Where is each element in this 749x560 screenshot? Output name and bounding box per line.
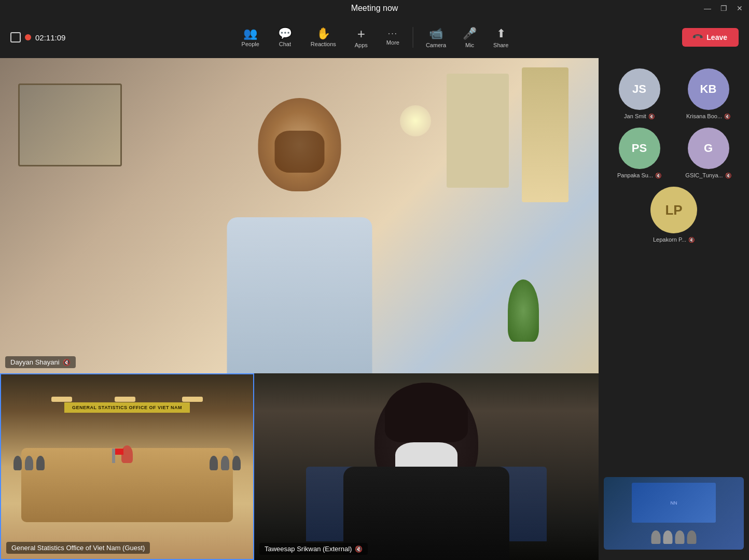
toolbar-center: 👥 People 💬 Chat ✋ Reactions + Apps ··· M…	[234, 24, 515, 51]
ceiling-lamp-3	[182, 397, 203, 402]
maximize-button[interactable]: ❐	[720, 4, 727, 12]
mic-label: Mic	[465, 42, 474, 48]
flag-pole	[112, 449, 115, 463]
sidebar-screen-content: NN	[669, 498, 679, 508]
titlebar-title: Meeting now	[351, 4, 398, 13]
sidebar-screen: NN	[632, 483, 716, 523]
masked-person-name-badge: Taweesap Srikwan (External) 🔇	[259, 543, 368, 555]
conf-room-label: General Statistics Office of Viet Nam (G…	[11, 544, 145, 552]
avatar-initials-js: JS	[632, 82, 646, 96]
presenter-head	[258, 98, 341, 191]
masked-participant-name: Taweesap Srikwan (External)	[265, 545, 352, 553]
main-video-feed	[0, 58, 599, 373]
camera-label: Camera	[426, 42, 446, 48]
avatar-initials-g: G	[704, 142, 713, 155]
sidebar-person-2	[663, 530, 673, 544]
masked-person-feed	[254, 373, 599, 560]
participant-card-ps[interactable]: PS Panpaka Su... 🔇	[609, 128, 670, 178]
conf-people-right	[210, 456, 241, 470]
camera-button[interactable]: 📹 Camera	[420, 24, 452, 51]
plant-decor	[508, 279, 539, 342]
titlebar-controls: — ❐ ✕	[704, 4, 743, 12]
participant-card-g[interactable]: G GSIC_Tunya... 🔇	[678, 128, 739, 178]
muted-icon-kb: 🔇	[724, 114, 730, 119]
chat-icon: 💬	[278, 28, 292, 39]
muted-icon-lp: 🔇	[688, 237, 695, 243]
minimize-button[interactable]: —	[704, 4, 711, 12]
more-icon: ···	[388, 30, 398, 38]
mic-button[interactable]: 🎤 Mic	[456, 24, 483, 51]
ceiling-lamp-2	[115, 397, 135, 402]
apps-button[interactable]: + Apps	[348, 24, 375, 51]
avatar-initials-kb: KB	[700, 82, 717, 96]
people-icon: 👥	[243, 28, 257, 39]
avatar-ps: PS	[619, 128, 660, 169]
conf-room-name-badge: General Statistics Office of Viet Nam (G…	[6, 542, 150, 554]
sidebar-participants: JS Jan Smit 🔇 KB Krisana Boo... 🔇	[599, 58, 749, 560]
conf-people-left	[13, 456, 45, 470]
close-button[interactable]: ✕	[737, 4, 743, 12]
camera-icon: 📹	[429, 27, 443, 40]
bottom-videos-row: GENERAL STATISTICS OFFICE OF VIET NAM	[0, 373, 599, 560]
avatar-js: JS	[619, 68, 660, 110]
avatar-g: G	[688, 128, 729, 169]
share-label: Share	[493, 42, 508, 48]
participant-card-lp[interactable]: LP Lepakorn P... 🔇	[650, 187, 697, 243]
presenter-silhouette	[150, 90, 449, 373]
masked-person-video-panel: Taweesap Srikwan (External) 🔇	[254, 373, 599, 560]
participant-name-js: Jan Smit 🔇	[624, 113, 655, 119]
chat-label: Chat	[279, 41, 291, 47]
main-video-name-badge: Dayyan Shayani 🔇	[5, 356, 76, 368]
participant-grid: JS Jan Smit 🔇 KB Krisana Boo... 🔇	[604, 68, 744, 243]
video-area: Dayyan Shayani 🔇 GENERAL STATISTICS OFFI…	[0, 58, 599, 560]
meeting-timer: 02:11:09	[35, 33, 65, 42]
presenter-shirt	[227, 217, 372, 373]
timer-area: 02:11:09	[10, 32, 93, 43]
reactions-icon: ✋	[316, 28, 330, 39]
sidebar-video-thumbnail: NN	[604, 477, 744, 550]
ceiling-light	[400, 105, 431, 136]
curtain-decor	[522, 67, 568, 202]
recording-indicator	[25, 34, 31, 40]
share-icon: ⬆	[496, 27, 506, 40]
toolbar: 02:11:09 👥 People 💬 Chat ✋ Reactions + A…	[0, 17, 749, 58]
reactions-label: Reactions	[311, 41, 336, 47]
people-button[interactable]: 👥 People	[234, 25, 267, 50]
shield-icon	[10, 32, 21, 43]
conf-room-video-panel: GENERAL STATISTICS OFFICE OF VIET NAM	[0, 373, 254, 560]
sidebar-person-1	[651, 530, 661, 544]
participant-name-lp: Lepakorn P... 🔇	[653, 236, 695, 243]
apps-icon: +	[357, 27, 365, 40]
masked-mic-muted-icon: 🔇	[355, 545, 363, 553]
chat-button[interactable]: 💬 Chat	[271, 25, 299, 50]
ceiling-lamp-1	[51, 397, 72, 402]
main-mic-muted-icon: 🔇	[63, 359, 71, 366]
sidebar-person-4	[687, 530, 697, 544]
reactions-button[interactable]: ✋ Reactions	[303, 25, 343, 50]
more-label: More	[386, 39, 399, 46]
sidebar-people-row	[651, 530, 697, 544]
conf-banner-area: GENERAL STATISTICS OFFICE OF VIET NAM	[26, 402, 228, 413]
painting-decor	[18, 83, 122, 166]
avatar-initials-lp: LP	[665, 202, 682, 218]
mic-icon: 🎤	[463, 27, 477, 40]
participant-card-js[interactable]: JS Jan Smit 🔇	[609, 68, 670, 119]
toolbar-right: 📞 Leave	[682, 28, 739, 47]
apps-label: Apps	[355, 42, 368, 48]
leave-button[interactable]: 📞 Leave	[682, 28, 739, 47]
masked-jacket	[343, 467, 509, 560]
main-content: Dayyan Shayani 🔇 GENERAL STATISTICS OFFI…	[0, 58, 749, 560]
window-decor	[447, 74, 509, 188]
conf-banner-text: GENERAL STATISTICS OFFICE OF VIET NAM	[64, 402, 190, 413]
participant-name-ps: Panpaka Su... 🔇	[617, 172, 661, 178]
participant-name-g: GSIC_Tunya... 🔇	[685, 172, 731, 178]
toolbar-divider	[413, 27, 413, 48]
participant-card-kb[interactable]: KB Krisana Boo... 🔇	[678, 68, 739, 119]
share-button[interactable]: ⬆ Share	[487, 24, 515, 51]
participant-name-kb: Krisana Boo... 🔇	[686, 113, 730, 119]
muted-icon-js: 🔇	[648, 114, 655, 119]
more-button[interactable]: ··· More	[379, 26, 407, 49]
avatar-kb: KB	[688, 68, 729, 110]
masked-hair	[385, 383, 468, 442]
conf-room-feed: GENERAL STATISTICS OFFICE OF VIET NAM	[1, 374, 253, 559]
